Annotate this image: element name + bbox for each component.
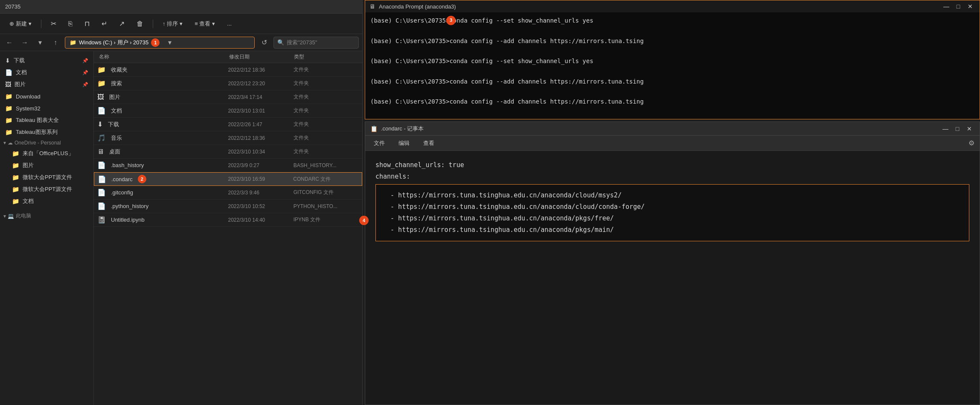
cut-button[interactable]: ✂ [47, 17, 61, 30]
document-icon: 📄 [97, 107, 106, 115]
settings-icon[interactable]: ⚙ [968, 139, 974, 147]
forward-button[interactable]: → [19, 37, 31, 49]
delete-icon: 🗑 [137, 20, 143, 28]
toolbar-separator-2 [153, 20, 153, 28]
file-row[interactable]: 📁搜索 2022/2/12 23:20 文件夹 [94, 77, 362, 90]
chevron-down-icon: ▾ [29, 20, 32, 27]
folder-icon: 📁 [12, 174, 19, 181]
sidebar-item-officeplus[interactable]: 📁 来自「OfficePLUS」 [0, 148, 93, 159]
maximize-button[interactable]: □ [953, 3, 963, 10]
file-row[interactable]: 📄.python_history 2022/3/10 10:52 PYTHON_… [94, 200, 362, 213]
folder-icon: 📁 [5, 93, 12, 100]
music-icon: 🎵 [97, 134, 106, 142]
cloud-icon: ☁ [8, 140, 13, 146]
notepad-line: channels: [375, 171, 969, 182]
onedrive-header[interactable]: ▾ ☁ OneDrive - Personal [0, 138, 93, 148]
file-list: 名称 修改日期 类型 📁收藏夹 2022/2/12 18:36 文件夹 📁搜索 … [94, 51, 362, 405]
refresh-button[interactable]: ↺ [258, 37, 270, 49]
new-button[interactable]: ⊕ 新建 ▾ [5, 18, 36, 30]
notepad-body: show_channel_urls: true channels: - http… [365, 151, 980, 405]
minimize-button[interactable]: — [941, 3, 951, 10]
address-badge: 1 [151, 38, 160, 47]
sidebar-item-label: 图片 [15, 81, 26, 88]
notepad-badge: 4 [359, 216, 369, 225]
folder-icon: 📁 [12, 198, 19, 205]
file-explorer: 20735 ⊕ 新建 ▾ ✂ ⎘ ⊓ ↵ ↗ 🗑 ↑ 排序 ▾ [0, 0, 363, 405]
close-button[interactable]: ✕ [965, 3, 975, 10]
prompt-line [370, 87, 974, 97]
file-row[interactable]: 📄文档 2022/3/10 13:01 文件夹 [94, 104, 362, 118]
folder-icon: 📁 [12, 162, 19, 169]
sidebar-item-label: 图片 [23, 162, 34, 169]
file-row[interactable]: 🖥桌面 2022/3/10 10:34 文件夹 [94, 145, 362, 159]
file-row[interactable]: 📄.gitconfig 2022/3/3 9:46 GITCONFIG 文件 [94, 186, 362, 200]
menu-view[interactable]: 查看 [420, 138, 438, 149]
folder-icon: 📁 [12, 150, 19, 157]
down-button[interactable]: ▾ [34, 37, 46, 49]
paste-button[interactable]: ⊓ [80, 17, 94, 30]
sidebar-item-ppt2[interactable]: 📁 微软大会PPT源文件 [0, 183, 93, 195]
rename-icon: ↵ [102, 20, 107, 28]
address-path: Windows (C:) › 用户 › 20735 [79, 39, 148, 46]
back-button[interactable]: ← [3, 37, 15, 49]
anaconda-prompt: 🖥 Anaconda Prompt (anaconda3) — □ ✕ 3 (b… [365, 0, 980, 119]
prompt-body: 3 (base) C:\Users\20735>conda config --s… [365, 12, 980, 119]
menu-edit[interactable]: 编辑 [395, 138, 413, 149]
sidebar-item-download[interactable]: ⬇ 下载 📌 [0, 55, 93, 67]
sidebar: ⬇ 下载 📌 📄 文档 📌 🖼 图片 📌 📁 Download 📁 System… [0, 51, 94, 405]
more-button[interactable]: ... [223, 18, 236, 29]
sidebar-item-tableau1[interactable]: 📁 Tableau 图表大全 [0, 114, 93, 126]
search-box[interactable]: 🔍 搜索"20735" [273, 37, 359, 49]
sidebar-item-tableau2[interactable]: 📁 Tableau图形系列 [0, 126, 93, 138]
sidebar-item-system32[interactable]: 📁 System32 [0, 102, 93, 114]
folder-icon: 📁 [97, 79, 106, 87]
prompt-line: (base) C:\Users\20735>conda config --add… [370, 97, 974, 107]
desktop-icon: 🖥 [97, 148, 104, 156]
search-icon: 🔍 [277, 39, 284, 46]
computer-icon: 💻 [8, 213, 14, 219]
file-row[interactable]: ⬇下载 2022/2/26 1:47 文件夹 [94, 118, 362, 131]
file-row[interactable]: 📄.bash_history 2022/3/9 0:27 BASH_HISTOR… [94, 159, 362, 172]
file-row-condarc[interactable]: 📄 .condarc 2 2022/3/10 16:59 CONDARC 文件 [94, 172, 362, 186]
sidebar-item-ppt1[interactable]: 📁 微软大会PPT源文件 [0, 171, 93, 183]
close-button[interactable]: ✕ [964, 125, 974, 133]
view-button[interactable]: ≡ 查看 ▾ [190, 18, 219, 30]
file-row[interactable]: 🖼图片 2022/3/4 17:14 文件夹 [94, 90, 362, 104]
up-button[interactable]: ↑ [49, 37, 61, 49]
selected-badge: 2 [138, 175, 146, 183]
share-icon: ↗ [119, 20, 125, 28]
explorer-title: 20735 [5, 3, 20, 10]
sidebar-item-documents[interactable]: 📄 文档 📌 [0, 67, 93, 78]
thispc-header[interactable]: ▾ 💻 此电脑 [0, 211, 93, 221]
sidebar-item-pictures2[interactable]: 📁 图片 [0, 159, 93, 171]
folder-icon: 📁 [5, 105, 12, 112]
document-icon: 📄 [5, 69, 12, 76]
notepad-menu: 文件 编辑 查看 ⚙ [365, 136, 980, 151]
rename-button[interactable]: ↵ [97, 17, 111, 30]
sidebar-item-label: 文档 [16, 69, 27, 76]
delete-button[interactable]: 🗑 [132, 18, 148, 30]
sidebar-item-label: 来自「OfficePLUS」 [23, 150, 74, 157]
sidebar-item-label: Tableau 图表大全 [16, 116, 59, 124]
new-icon: ⊕ [9, 20, 14, 27]
minimize-button[interactable]: — [940, 125, 951, 133]
menu-file[interactable]: 文件 [370, 138, 388, 149]
sidebar-item-download-folder[interactable]: 📁 Download [0, 90, 93, 102]
sort-button[interactable]: ↑ 排序 ▾ [158, 18, 187, 30]
share-button[interactable]: ↗ [115, 17, 129, 30]
sidebar-item-label: Tableau图形系列 [16, 128, 58, 136]
pin-icon: 📌 [82, 70, 88, 75]
file-row[interactable]: 📓Untitled.ipynb 2022/3/10 14:40 IPYNB 文件 [94, 213, 362, 227]
sidebar-item-pictures[interactable]: 🖼 图片 📌 [0, 78, 93, 90]
dropdown-button[interactable]: ▾ [164, 37, 176, 49]
sidebar-item-label: 下载 [14, 57, 25, 64]
maximize-button[interactable]: □ [952, 125, 963, 133]
copy-button[interactable]: ⎘ [64, 18, 77, 30]
prompt-line: (base) C:\Users\20735>conda config --set… [370, 16, 974, 26]
file-row[interactable]: 🎵音乐 2022/2/12 18:36 文件夹 [94, 131, 362, 145]
file-row[interactable]: 📁收藏夹 2022/2/12 18:36 文件夹 [94, 63, 362, 77]
channel-line: - https://mirrors.tuna.tsinghua.edu.cn/a… [383, 213, 962, 224]
address-field[interactable]: 📁 Windows (C:) › 用户 › 20735 1 ▾ [65, 37, 255, 49]
sidebar-item-docs2[interactable]: 📁 文档 [0, 195, 93, 207]
notepad-title: .condarc - 记事本 [381, 125, 424, 133]
